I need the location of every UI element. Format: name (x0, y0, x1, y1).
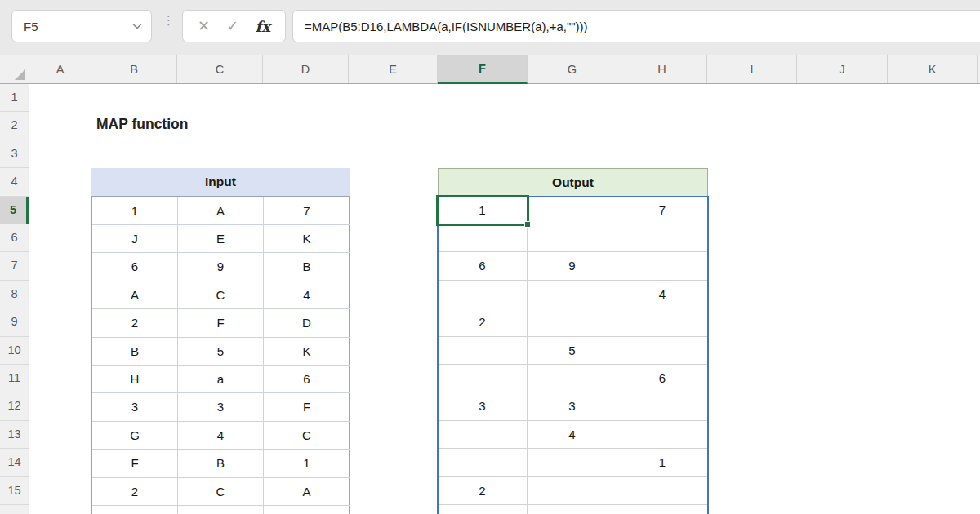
column-header-D[interactable]: D (263, 55, 349, 83)
cell-C13[interactable]: 4 (178, 422, 264, 450)
cell-G16[interactable] (528, 505, 617, 514)
cell-D10[interactable]: K (264, 338, 350, 366)
cell-C12[interactable]: 3 (178, 393, 264, 421)
cell-D5[interactable]: 7 (264, 197, 350, 225)
cell-D7[interactable]: B (264, 253, 350, 281)
name-box[interactable]: F5 (11, 10, 152, 42)
column-header-H[interactable]: H (617, 55, 707, 83)
row-header-15[interactable]: 15 (0, 477, 29, 505)
row-header-9[interactable]: 9 (0, 308, 29, 336)
chevron-down-icon[interactable] (131, 22, 143, 30)
fill-handle[interactable] (524, 221, 531, 228)
cell-G12[interactable]: 3 (528, 392, 617, 420)
cell-D8[interactable]: 4 (264, 281, 350, 309)
cell-D11[interactable]: 6 (264, 366, 350, 393)
cell-B11[interactable]: H (92, 366, 178, 393)
column-header-E[interactable]: E (349, 55, 438, 83)
cell-C16[interactable]: H (178, 506, 264, 514)
cell-H8[interactable]: 4 (617, 281, 707, 308)
cell-C6[interactable]: E (178, 225, 264, 253)
column-header-F[interactable]: F (438, 55, 528, 84)
column-header-G[interactable]: G (528, 55, 617, 83)
cell-F6[interactable] (438, 224, 528, 252)
input_table-header[interactable]: Input (91, 168, 350, 197)
cell-G7[interactable]: 9 (528, 252, 617, 280)
cell-D6[interactable]: K (264, 225, 350, 253)
row-header-13[interactable]: 13 (0, 421, 29, 449)
row-header-8[interactable]: 8 (0, 281, 29, 308)
column-header-A[interactable]: A (29, 55, 91, 83)
row-header-11[interactable]: 11 (0, 365, 29, 392)
cell-D15[interactable]: A (264, 478, 350, 506)
row-header-7[interactable]: 7 (0, 252, 29, 280)
cell-G6[interactable] (528, 224, 617, 252)
cell-H10[interactable] (617, 337, 707, 365)
cell-F16[interactable] (438, 505, 528, 514)
cell-G9[interactable] (528, 308, 617, 336)
cell-C10[interactable]: 5 (178, 338, 264, 366)
cell-G14[interactable] (528, 449, 617, 476)
cell-D16[interactable]: 7 (264, 506, 350, 514)
cell-F12[interactable]: 3 (438, 392, 528, 420)
cell-H15[interactable] (617, 477, 707, 505)
cell-G10[interactable]: 5 (528, 337, 617, 365)
cell-F8[interactable] (438, 281, 528, 308)
row-header-14[interactable]: 14 (0, 449, 29, 476)
formula-text[interactable]: =MAP(B5:D16,LAMBDA(a,IF(ISNUMBER(a),+a,"… (305, 20, 588, 33)
cell-D12[interactable]: F (264, 393, 350, 421)
cell-H9[interactable] (617, 308, 707, 336)
column-header-J[interactable]: J (797, 55, 888, 83)
column-header-K[interactable]: K (888, 55, 978, 83)
cell-F9[interactable]: 2 (438, 308, 528, 336)
output_table-header[interactable]: Output (438, 168, 708, 197)
insert-function-icon[interactable]: fx (255, 18, 270, 35)
cell-C8[interactable]: C (178, 281, 264, 309)
cell-H16[interactable]: 7 (617, 505, 707, 514)
cell-C7[interactable]: 9 (178, 253, 264, 281)
cell-H5[interactable]: 7 (617, 197, 707, 224)
cell-B13[interactable]: G (92, 422, 178, 450)
row-header-6[interactable]: 6 (0, 224, 29, 252)
column-header-I[interactable]: I (707, 55, 797, 83)
name-box-value[interactable]: F5 (24, 20, 131, 33)
cell-G13[interactable]: 4 (528, 421, 617, 449)
cell-B8[interactable]: A (92, 281, 178, 309)
cell-H14[interactable]: 1 (617, 449, 707, 476)
cell-C14[interactable]: B (178, 450, 264, 477)
cell-F13[interactable] (438, 421, 528, 449)
row-header-16[interactable]: 16 (0, 505, 29, 514)
cell-F11[interactable] (438, 365, 528, 392)
cell-F7[interactable]: 6 (438, 252, 528, 280)
cell-B12[interactable]: 3 (92, 393, 178, 421)
row-header-2[interactable]: 2 (0, 112, 29, 140)
cell-D13[interactable]: C (264, 422, 350, 450)
enter-icon[interactable]: ✓ (226, 19, 238, 33)
cell-H7[interactable] (617, 252, 707, 280)
cell-H11[interactable]: 6 (617, 365, 707, 392)
cell-G5[interactable] (528, 197, 617, 224)
column-header-C[interactable]: C (177, 55, 263, 83)
formula-bar[interactable]: =MAP(B5:D16,LAMBDA(a,IF(ISNUMBER(a),+a,"… (292, 10, 980, 42)
cell-B9[interactable]: 2 (92, 309, 178, 337)
row-header-5[interactable]: 5 (0, 197, 29, 224)
cell-G15[interactable] (528, 477, 617, 505)
cell-C15[interactable]: C (178, 478, 264, 506)
cell-C5[interactable]: A (178, 197, 264, 225)
cell-B7[interactable]: 6 (92, 253, 178, 281)
cell-C11[interactable]: a (178, 366, 264, 393)
cell-B16[interactable]: A (92, 506, 178, 514)
cell-F15[interactable]: 2 (438, 477, 528, 505)
cell-G8[interactable] (528, 281, 617, 308)
cell-F10[interactable] (438, 337, 528, 365)
cell-B10[interactable]: B (92, 338, 178, 366)
cell-D14[interactable]: 1 (264, 450, 350, 477)
row-header-1[interactable]: 1 (0, 84, 29, 112)
cell-D9[interactable]: D (264, 309, 350, 337)
cell-B14[interactable]: F (92, 450, 178, 477)
row-header-12[interactable]: 12 (0, 392, 29, 420)
cell-H12[interactable] (617, 392, 707, 420)
row-header-10[interactable]: 10 (0, 337, 29, 365)
cell-B6[interactable]: J (92, 225, 178, 253)
column-header-B[interactable]: B (91, 55, 177, 83)
cell-F5[interactable]: 1 (438, 197, 528, 224)
